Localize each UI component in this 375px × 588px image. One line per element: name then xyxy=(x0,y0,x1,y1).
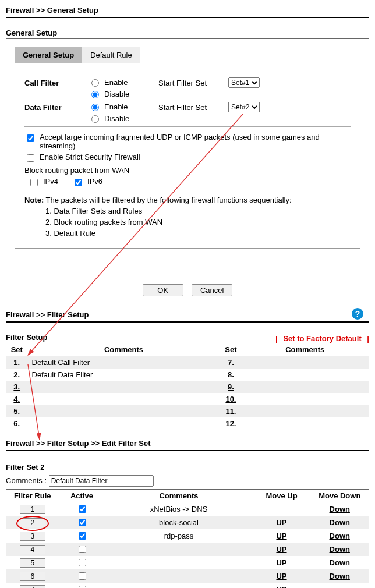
set-link[interactable]: 4. xyxy=(13,395,20,403)
breadcrumb-filter-setup: Firewall >> Filter Setup xyxy=(6,310,369,319)
strict-checkbox[interactable] xyxy=(27,154,34,162)
filter-rule-button[interactable]: 3 xyxy=(20,532,45,541)
set-link[interactable]: 12. xyxy=(225,419,236,428)
rule-comment: rdp-pass xyxy=(105,529,253,543)
breadcrumb-edit-filter-set: Firewall >> Filter Setup >> Edit Filter … xyxy=(6,439,369,448)
data-start-filter-select[interactable]: Set#1Set#2 xyxy=(228,102,260,112)
set-link[interactable]: 3. xyxy=(13,382,20,391)
call-filter-row: Call Filter Enable Disable Start Filter … xyxy=(24,77,351,98)
filter-rule-button[interactable]: 7 xyxy=(20,585,45,588)
table-row: 3rdp-passUPDown xyxy=(6,529,369,543)
table-row: 2.Default Data Filter8. xyxy=(6,369,369,381)
factory-default-link[interactable]: Set to Factory Default xyxy=(280,334,365,343)
rule-comment: block-social xyxy=(105,516,253,529)
set-comment xyxy=(241,369,369,381)
ok-button[interactable]: OK xyxy=(143,284,183,296)
block-routing-label: Block routing packet from WAN xyxy=(24,166,351,175)
comments-row: Comments : xyxy=(6,475,369,487)
tab-general-setup[interactable]: General Setup xyxy=(15,47,82,63)
move-up-link[interactable]: UP xyxy=(276,572,286,580)
filter-rule-button[interactable]: 1 xyxy=(20,505,45,514)
move-down-link[interactable]: Down xyxy=(330,532,350,540)
rule-comment xyxy=(105,569,253,583)
move-up-link[interactable]: UP xyxy=(276,558,286,567)
table-row: 4.10. xyxy=(6,393,369,405)
tab-default-rule[interactable]: Default Rule xyxy=(82,47,140,63)
set-link[interactable]: 6. xyxy=(13,419,20,428)
move-up-link[interactable]: UP xyxy=(276,518,286,527)
table-row: 1.Default Call Filter7. xyxy=(6,356,369,369)
set-comment xyxy=(27,417,221,430)
set-link[interactable]: 2. xyxy=(13,370,20,379)
set-comment xyxy=(241,381,369,393)
active-checkbox[interactable] xyxy=(79,586,86,588)
note-step-3: 3. Default Rule xyxy=(45,228,351,239)
active-checkbox[interactable] xyxy=(79,559,86,566)
note-label: Note: xyxy=(24,196,44,204)
note-step-1: 1. Data Filter Sets and Rules xyxy=(45,206,351,217)
active-checkbox[interactable] xyxy=(79,519,86,526)
col-active: Active xyxy=(59,490,105,502)
rule-comment: xNetBios -> DNS xyxy=(105,502,253,516)
call-start-filter-select[interactable]: Set#1Set#2 xyxy=(228,77,260,88)
active-checkbox[interactable] xyxy=(79,572,86,580)
filter-setup-header: Filter Setup | Set to Factory Default | xyxy=(6,333,369,343)
move-down-link[interactable]: Down xyxy=(330,518,350,527)
data-filter-row: Data Filter Enable Disable Start Filter … xyxy=(24,102,351,123)
bc-general-setup: General Setup xyxy=(47,6,98,15)
move-down-link[interactable]: Down xyxy=(330,505,350,513)
move-down-link[interactable]: Down xyxy=(330,545,350,554)
set-comment: Default Call Filter xyxy=(27,356,221,369)
active-checkbox[interactable] xyxy=(79,532,86,540)
move-up-link[interactable]: UP xyxy=(276,532,286,540)
set-link[interactable]: 1. xyxy=(13,358,20,367)
active-checkbox[interactable] xyxy=(79,505,86,513)
filter-rule-button[interactable]: 6 xyxy=(20,572,45,581)
comments-input[interactable] xyxy=(49,475,154,487)
data-filter-enable[interactable]: Enable xyxy=(89,102,158,111)
set-link[interactable]: 11. xyxy=(225,407,236,416)
call-filter-enable[interactable]: Enable xyxy=(89,77,158,87)
table-row: 6.12. xyxy=(6,417,369,430)
set-link[interactable]: 7. xyxy=(228,358,234,367)
filter-rule-button[interactable]: 2 xyxy=(20,518,45,527)
rule-comment xyxy=(105,556,253,569)
accept-udp-label: Accept large incoming fragmented UDP or … xyxy=(40,133,351,150)
divider xyxy=(6,17,369,18)
set-link[interactable]: 5. xyxy=(13,407,20,416)
call-filter-disable[interactable]: Disable xyxy=(89,89,158,98)
filter-rule-button[interactable]: 4 xyxy=(20,545,45,554)
col-comments2: Comments xyxy=(241,343,369,356)
cancel-button[interactable]: Cancel xyxy=(192,284,232,296)
data-filter-disable[interactable]: Disable xyxy=(89,114,158,123)
col-comments: Comments xyxy=(27,343,221,356)
set-comment xyxy=(241,356,369,369)
col-move-down: Move Down xyxy=(311,490,369,502)
filter-set-2-title: Filter Set 2 xyxy=(6,463,369,472)
accept-udp-checkbox[interactable] xyxy=(27,134,34,142)
move-down-link[interactable]: Down xyxy=(330,572,350,580)
note-block: Note: The packets will be filtered by th… xyxy=(24,195,351,239)
tabbar: General Setup Default Rule xyxy=(15,47,360,63)
ipv4-checkbox[interactable] xyxy=(30,179,38,186)
set-comment xyxy=(241,393,369,405)
set-comment: Default Data Filter xyxy=(27,369,221,381)
set-link[interactable]: 8. xyxy=(228,370,234,379)
ipv6-checkbox[interactable] xyxy=(75,179,82,186)
set-link[interactable]: 9. xyxy=(228,382,234,391)
general-setup-inner: Call Filter Enable Disable Start Filter … xyxy=(15,69,360,249)
move-down-link[interactable]: Down xyxy=(330,558,350,567)
table-row: 7UP xyxy=(6,583,369,588)
active-checkbox[interactable] xyxy=(79,546,86,553)
block-routing-options: IPv4 IPv6 xyxy=(28,177,351,188)
filter-rule-button[interactable]: 5 xyxy=(20,558,45,568)
table-row: 1xNetBios -> DNSDown xyxy=(6,502,369,516)
strict-row: Enable Strict Security Firewall xyxy=(24,153,351,164)
table-row: 5UPDown xyxy=(6,556,369,569)
bc-firewall: Firewall xyxy=(6,6,34,15)
set-link[interactable]: 10. xyxy=(225,395,236,403)
move-up-link[interactable]: UP xyxy=(276,545,286,554)
set-comment xyxy=(241,405,369,417)
move-up-link[interactable]: UP xyxy=(276,585,286,588)
set-comment xyxy=(241,417,369,430)
